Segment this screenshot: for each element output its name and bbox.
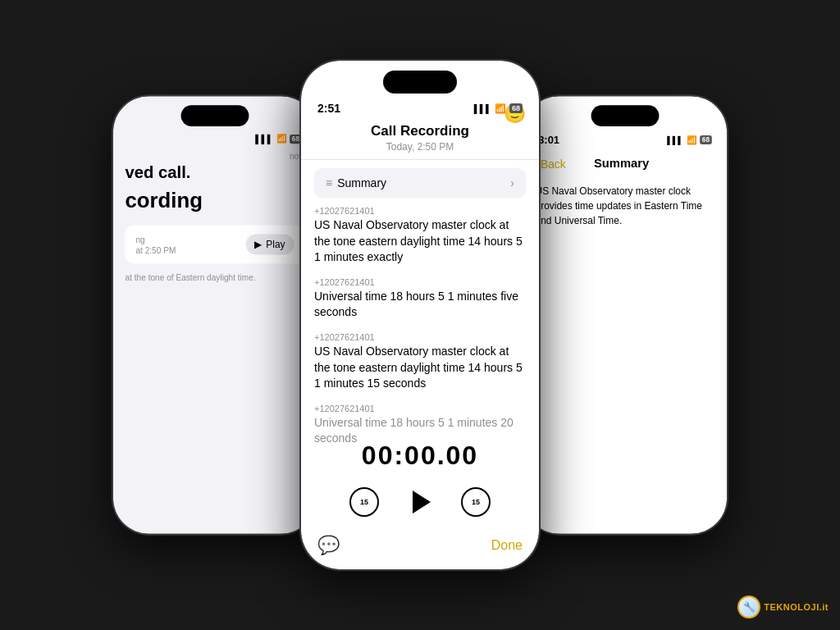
transcript-item-2: +12027621401 US Naval Observatory master… [314, 332, 526, 392]
transcript-number-1: +12027621401 [314, 277, 526, 287]
transcript-text-1: Universal time 18 hours 5 1 minutes five… [314, 289, 526, 321]
right-screen: 3:01 ▌▌▌ 📶 68 ‹ Back Summary US Naval Ob… [523, 96, 727, 534]
battery-right: 68 [700, 135, 712, 144]
left-status-note: now [126, 148, 305, 163]
right-body: US Naval Observatory master clock provid… [523, 175, 727, 237]
dynamic-island-right [591, 105, 660, 126]
watermark: 🔧 TEKNOLOJI.it [737, 596, 829, 619]
skip-back-button[interactable]: 15 [349, 487, 379, 517]
play-pause-button[interactable] [402, 484, 438, 520]
phone-right: 3:01 ▌▌▌ 📶 68 ‹ Back Summary US Naval Ob… [523, 96, 727, 534]
brand-name: TEKNOLOJI.it [764, 602, 829, 612]
play-label-left: Play [266, 239, 285, 250]
transcript-number-3: +12027621401 [314, 404, 526, 413]
left-partial-label: ved call. [126, 163, 305, 183]
left-content: now ved call. cording ng at 2:50 PM ▶ Pl… [113, 148, 317, 282]
right-title: Summary [594, 157, 649, 171]
summary-row[interactable]: ≡ Summary › [314, 168, 526, 198]
brand-logo: 🔧 [737, 596, 760, 619]
left-card-info: ng at 2:50 PM [135, 235, 176, 254]
transcript-number-2: +12027621401 [314, 332, 526, 342]
summary-label: ≡ Summary [326, 176, 386, 189]
bottom-toolbar: 💬 Done [301, 535, 539, 556]
left-note: at the tone of Eastern daylight time. [126, 272, 305, 281]
skip-forward-button[interactable]: 15 [461, 487, 491, 517]
done-button[interactable]: Done [491, 538, 523, 553]
transcript-text-2: US Naval Observatory master clock at the… [314, 344, 526, 392]
skip-forward-label: 15 [472, 498, 480, 506]
status-icons-right: ▌▌▌ 📶 68 [667, 135, 712, 145]
center-header: Call Recording Today, 2:50 PM [301, 120, 539, 160]
status-icons-center: ▌▌▌ 📶 68 [474, 103, 523, 114]
battery-left: 68 [290, 135, 302, 144]
transcript-item-1: +12027621401 Universal time 18 hours 5 1… [314, 277, 526, 321]
play-icon-center [413, 491, 431, 514]
chat-bubble-icon[interactable]: 💬 [317, 535, 340, 556]
summary-text: Summary [337, 176, 386, 189]
play-button-left[interactable]: ▶ Play [245, 235, 294, 255]
transcript-number-0: +12027621401 [314, 206, 526, 216]
transcript-item-0: +12027621401 US Naval Observatory master… [314, 206, 526, 266]
battery-center: 68 [509, 103, 523, 113]
chevron-right-icon: › [510, 176, 514, 189]
skip-back-label: 15 [360, 498, 368, 506]
timer-display: 00:00.00 [362, 441, 478, 471]
back-label: Back [541, 157, 566, 170]
phones-container: ▌▌▌ 📶 68 now ved call. cording ng at 2:5… [0, 0, 840, 630]
center-screen: 2:51 ▌▌▌ 📶 68 Call Recording Today, 2:50… [301, 61, 539, 569]
phone-left: ▌▌▌ 📶 68 now ved call. cording ng at 2:5… [113, 96, 317, 534]
left-card: ng at 2:50 PM ▶ Play [126, 226, 305, 264]
transcript-text-0: US Naval Observatory master clock at the… [314, 217, 526, 266]
left-title: cording [126, 183, 305, 226]
left-card-time: at 2:50 PM [135, 245, 176, 254]
play-icon-left: ▶ [254, 239, 262, 250]
left-screen: ▌▌▌ 📶 68 now ved call. cording ng at 2:5… [113, 96, 317, 534]
status-time-center: 2:51 [317, 102, 340, 115]
right-body-text: US Naval Observatory master clock provid… [536, 185, 702, 226]
back-button[interactable]: ‹ Back [536, 157, 566, 170]
right-nav: ‹ Back Summary [523, 150, 727, 174]
dynamic-island-left [181, 105, 249, 126]
phone-center: 2:51 ▌▌▌ 📶 68 Call Recording Today, 2:50… [301, 61, 539, 569]
left-card-label: ng [135, 235, 176, 244]
status-icons-left: ▌▌▌ 📶 68 [255, 134, 301, 144]
transcript-list: +12027621401 US Naval Observatory master… [301, 206, 539, 459]
playback-controls: 15 15 [349, 484, 491, 520]
playback-section: 00:00.00 15 15 [301, 441, 539, 520]
status-time-right: 3:01 [538, 134, 559, 146]
center-subtitle: Today, 2:50 PM [301, 141, 539, 153]
dynamic-island-center [383, 71, 457, 94]
summary-icon: ≡ [326, 176, 332, 189]
center-title: Call Recording [301, 123, 539, 139]
